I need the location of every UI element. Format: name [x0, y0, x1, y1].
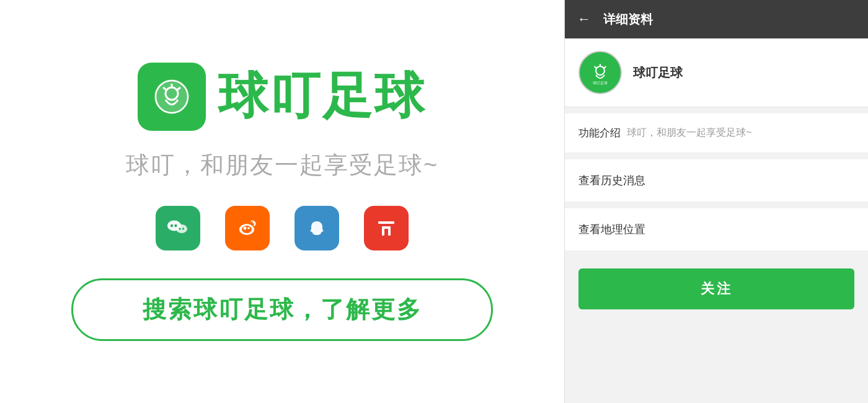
svg-rect-16: [378, 221, 394, 224]
svg-rect-19: [382, 226, 391, 229]
follow-button-container: 关注: [565, 257, 868, 321]
info-row: 功能介绍 球叮，和朋友一起享受足球~: [565, 113, 868, 153]
app-title: 球叮足球: [218, 63, 427, 130]
right-panel: ← 详细资料 球叮足球 球叮足球 功能介绍 球叮，和朋友一起享受足球~ 查看历史…: [564, 0, 868, 403]
left-panel: 球叮足球 球叮，和朋友一起享受足球~: [0, 0, 564, 403]
profile-section: 球叮足球 球叮足球: [565, 38, 868, 107]
toutiao-icon[interactable]: [364, 206, 409, 250]
menu-item-location[interactable]: 查看地理位置: [565, 208, 868, 251]
app-icon-main: [138, 63, 206, 131]
search-button[interactable]: 搜索球叮足球，了解更多: [71, 278, 493, 341]
logo-row: 球叮足球: [138, 63, 427, 131]
svg-point-9: [176, 224, 187, 233]
svg-point-8: [174, 224, 177, 226]
panel-header: ← 详细资料: [565, 0, 868, 38]
divider-4: [565, 251, 868, 257]
profile-name: 球叮足球: [633, 64, 683, 81]
app-subtitle: 球叮，和朋友一起享受足球~: [126, 149, 438, 181]
social-icons-row: [156, 206, 409, 250]
svg-point-13: [242, 226, 252, 233]
info-value: 球叮，和朋友一起享受足球~: [627, 126, 751, 140]
wechat-icon[interactable]: [156, 206, 200, 250]
avatar: 球叮足球: [578, 51, 622, 94]
divider-3: [565, 202, 868, 208]
svg-text:球叮足球: 球叮足球: [593, 81, 608, 85]
svg-point-11: [182, 228, 184, 229]
back-button[interactable]: ←: [577, 11, 591, 27]
follow-button[interactable]: 关注: [578, 268, 854, 309]
divider-1: [565, 107, 868, 113]
svg-point-10: [179, 228, 180, 229]
panel-title: 详细资料: [603, 11, 653, 28]
info-label: 功能介绍: [578, 126, 621, 140]
divider-2: [565, 153, 868, 159]
menu-item-history[interactable]: 查看历史消息: [565, 159, 868, 202]
svg-point-14: [244, 226, 247, 229]
weibo-icon[interactable]: [225, 206, 270, 250]
snapchat-icon[interactable]: [294, 206, 339, 250]
svg-point-7: [170, 224, 173, 226]
svg-point-15: [247, 227, 250, 229]
